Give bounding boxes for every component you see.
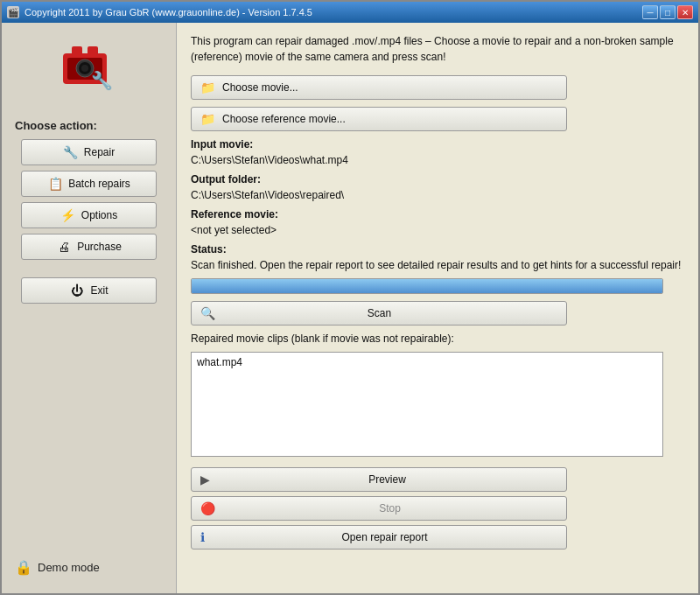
choose-reference-button[interactable]: 📁 Choose reference movie... — [191, 107, 567, 131]
output-folder-section: Output folder: C:\Users\Stefan\Videos\re… — [191, 173, 684, 201]
batch-label: Batch repairs — [68, 178, 130, 190]
demo-mode-label: Demo mode — [38, 561, 100, 574]
play-icon: ▶ — [200, 472, 210, 486]
output-folder-label: Output folder: — [191, 173, 684, 186]
window-title: Copyright 2011 by Grau GbR (www.grauonli… — [24, 7, 312, 18]
app-icon: 🎬 — [7, 6, 19, 18]
bottom-buttons: ▶ Preview 🔴 Stop ℹ Open repair report — [191, 467, 684, 550]
repaired-clips-label: Repaired movie clips (blank if movie was… — [191, 332, 684, 345]
batch-repairs-button[interactable]: 📋 Batch repairs — [21, 171, 157, 197]
exit-button[interactable]: ⏻ Exit — [21, 277, 157, 304]
content-area: 🔧 Choose action: 🔧 Repair 📋 Batch repair… — [2, 23, 698, 593]
reference-movie-value: <not yet selected> — [191, 224, 684, 236]
status-label: Status: — [191, 243, 684, 256]
open-report-button[interactable]: ℹ Open repair report — [191, 525, 567, 550]
output-folder-value: C:\Users\Stefan\Videos\repaired\ — [191, 189, 684, 201]
scan-button[interactable]: 🔍 Scan — [191, 301, 567, 326]
repaired-clips-textarea[interactable] — [191, 352, 663, 457]
title-bar: 🎬 Copyright 2011 by Grau GbR (www.grauon… — [2, 2, 698, 23]
options-icon: ⚡ — [60, 208, 76, 222]
logo-area: 🔧 — [46, 32, 133, 110]
close-button[interactable]: ✕ — [677, 5, 693, 19]
status-value: Scan finished. Open the repair report to… — [191, 259, 684, 271]
reference-movie-section: Reference movie: <not yet selected> — [191, 208, 684, 236]
progress-bar — [191, 278, 663, 294]
svg-rect-6 — [88, 46, 98, 55]
main-panel: This program can repair damaged .mov/.mp… — [177, 23, 698, 593]
svg-point-4 — [81, 65, 88, 72]
options-label: Options — [81, 209, 117, 221]
progress-bar-fill — [192, 279, 662, 293]
sidebar-buttons: 🔧 Repair 📋 Batch repairs ⚡ Options 🖨 Pur… — [10, 139, 167, 260]
svg-rect-5 — [72, 46, 82, 55]
scan-label: Scan — [222, 307, 557, 319]
batch-icon: 📋 — [47, 177, 63, 191]
input-movie-label: Input movie: — [191, 138, 684, 150]
svg-text:🔧: 🔧 — [91, 70, 113, 91]
choose-movie-label: Choose movie... — [222, 81, 298, 94]
repair-label: Repair — [84, 146, 115, 158]
purchase-button[interactable]: 🖨 Purchase — [21, 234, 157, 260]
options-button[interactable]: ⚡ Options — [21, 202, 157, 228]
open-report-label: Open repair report — [212, 531, 557, 543]
choose-reference-label: Choose reference movie... — [222, 113, 346, 125]
choose-movie-button[interactable]: 📁 Choose movie... — [191, 75, 567, 100]
input-movie-section: Input movie: C:\Users\Stefan\Videos\what… — [191, 138, 684, 166]
status-section: Status: Scan finished. Open the repair r… — [191, 243, 684, 271]
exit-label: Exit — [90, 284, 108, 297]
main-window: 🎬 Copyright 2011 by Grau GbR (www.grauon… — [0, 0, 700, 595]
maximize-button[interactable]: □ — [660, 5, 676, 19]
minimize-button[interactable]: ─ — [642, 5, 658, 19]
exit-icon: ⏻ — [69, 284, 85, 298]
window-controls: ─ □ ✕ — [642, 5, 693, 19]
stop-icon: 🔴 — [200, 501, 215, 515]
purchase-label: Purchase — [77, 241, 122, 253]
preview-button[interactable]: ▶ Preview — [191, 467, 567, 492]
lock-icon: 🔒 — [15, 559, 32, 576]
reference-movie-label: Reference movie: — [191, 208, 684, 220]
title-bar-left: 🎬 Copyright 2011 by Grau GbR (www.grauon… — [7, 6, 312, 18]
demo-mode-area: 🔒 Demo mode — [15, 559, 100, 584]
repair-button[interactable]: 🔧 Repair — [21, 139, 157, 165]
stop-label: Stop — [222, 502, 557, 514]
purchase-icon: 🖨 — [56, 240, 72, 254]
sidebar: 🔧 Choose action: 🔧 Repair 📋 Batch repair… — [2, 23, 177, 593]
input-movie-value: C:\Users\Stefan\Videos\what.mp4 — [191, 154, 684, 166]
search-icon: 🔍 — [200, 306, 215, 320]
folder-icon-1: 📁 — [200, 80, 215, 94]
stop-button[interactable]: 🔴 Stop — [191, 496, 567, 521]
repair-icon: 🔧 — [63, 145, 79, 159]
preview-label: Preview — [217, 473, 557, 486]
choose-action-label: Choose action: — [15, 119, 97, 132]
folder-icon-2: 📁 — [200, 112, 215, 126]
description-text: This program can repair damaged .mov/.mp… — [191, 33, 684, 65]
app-logo: 🔧 — [54, 36, 124, 106]
info-icon: ℹ — [200, 530, 205, 544]
